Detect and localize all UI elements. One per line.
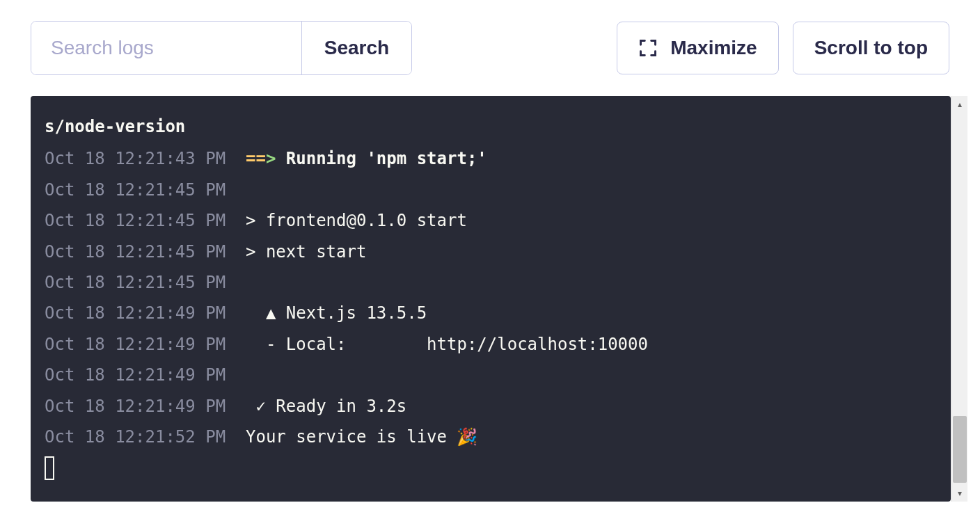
log-timestamp: Oct 18 12:21:49 PM bbox=[45, 365, 226, 385]
log-line: Oct 18 12:21:49 PM ▲ Next.js 13.5.5 bbox=[45, 298, 937, 328]
toolbar-left: Search bbox=[31, 21, 412, 75]
log-timestamp: Oct 18 12:21:45 PM bbox=[45, 211, 226, 230]
maximize-icon bbox=[638, 38, 658, 58]
log-message: > frontend@0.1.0 start bbox=[246, 211, 467, 230]
scrollbar-track[interactable]: ▴ ▾ bbox=[951, 96, 967, 502]
search-input[interactable] bbox=[31, 22, 301, 74]
log-timestamp: Oct 18 12:21:49 PM bbox=[45, 335, 226, 354]
log-line: Oct 18 12:21:45 PM bbox=[45, 267, 937, 298]
log-lines-container: Oct 18 12:21:43 PM ==> Running 'npm star… bbox=[45, 143, 937, 452]
log-message: > next start bbox=[246, 242, 366, 262]
log-viewer[interactable]: s/node-version Oct 18 12:21:43 PM ==> Ru… bbox=[31, 96, 951, 502]
search-button[interactable]: Search bbox=[301, 22, 411, 74]
log-arrow-icon: ==> bbox=[246, 149, 276, 168]
terminal-cursor bbox=[45, 456, 54, 480]
log-line: Oct 18 12:21:52 PM Your service is live … bbox=[45, 422, 937, 452]
log-timestamp: Oct 18 12:21:49 PM bbox=[45, 303, 226, 323]
log-timestamp: Oct 18 12:21:49 PM bbox=[45, 397, 226, 416]
log-timestamp: Oct 18 12:21:45 PM bbox=[45, 273, 226, 292]
log-message: ✓ Ready in 3.2s bbox=[246, 397, 406, 416]
log-header: s/node-version bbox=[45, 111, 937, 142]
log-message: - Local: http://localhost:10000 bbox=[246, 335, 648, 354]
scroll-to-top-button[interactable]: Scroll to top bbox=[793, 22, 949, 74]
log-timestamp: Oct 18 12:21:45 PM bbox=[45, 242, 226, 262]
log-message: Running 'npm start;' bbox=[286, 149, 487, 168]
log-timestamp: Oct 18 12:21:45 PM bbox=[45, 180, 226, 200]
scrollbar-down-arrow[interactable]: ▾ bbox=[951, 485, 968, 502]
log-message: ▲ Next.js 13.5.5 bbox=[246, 303, 427, 323]
scrollbar-up-arrow[interactable]: ▴ bbox=[951, 96, 968, 113]
log-line: Oct 18 12:21:49 PM - Local: http://local… bbox=[45, 329, 937, 360]
log-line: Oct 18 12:21:43 PM ==> Running 'npm star… bbox=[45, 143, 937, 174]
maximize-button[interactable]: Maximize bbox=[617, 22, 779, 74]
log-message: Your service is live 🎉 bbox=[246, 427, 477, 447]
maximize-label: Maximize bbox=[670, 37, 757, 59]
log-line: Oct 18 12:21:45 PM bbox=[45, 175, 937, 205]
search-group: Search bbox=[31, 21, 412, 75]
log-line: Oct 18 12:21:49 PM bbox=[45, 360, 937, 390]
log-line: Oct 18 12:21:45 PM > frontend@0.1.0 star… bbox=[45, 205, 937, 236]
toolbar-right: Maximize Scroll to top bbox=[617, 22, 949, 74]
log-toolbar: Search Maximize Scroll to top bbox=[31, 21, 967, 75]
log-line: Oct 18 12:21:49 PM ✓ Ready in 3.2s bbox=[45, 391, 937, 422]
scrollbar-thumb[interactable] bbox=[953, 416, 967, 483]
log-timestamp: Oct 18 12:21:43 PM bbox=[45, 149, 226, 168]
scroll-top-label: Scroll to top bbox=[814, 37, 928, 59]
log-viewer-wrapper: s/node-version Oct 18 12:21:43 PM ==> Ru… bbox=[31, 96, 967, 502]
log-line: Oct 18 12:21:45 PM > next start bbox=[45, 237, 937, 267]
log-timestamp: Oct 18 12:21:52 PM bbox=[45, 427, 226, 447]
